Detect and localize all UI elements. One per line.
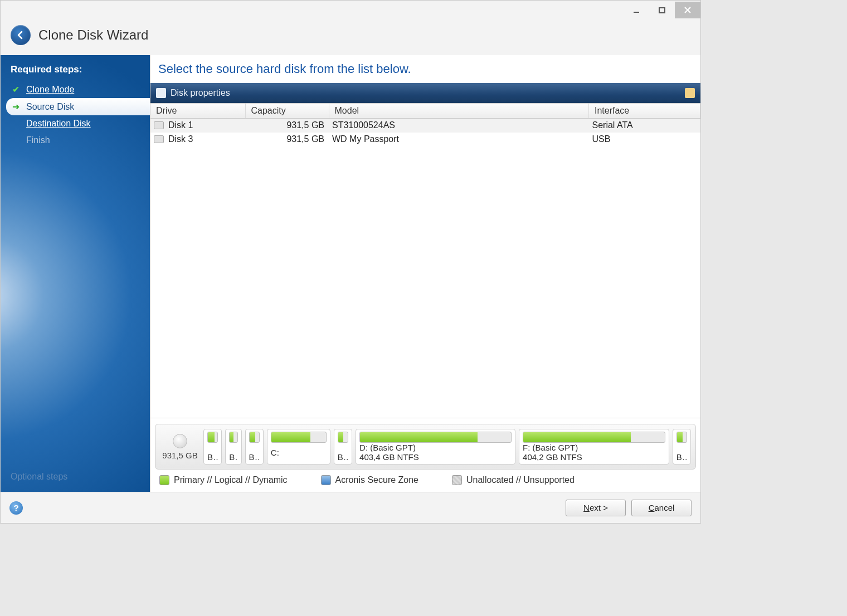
- sidebar: Required steps: ✔Clone Mode➔Source DiskD…: [1, 55, 150, 492]
- partition[interactable]: B...: [673, 429, 691, 465]
- partition[interactable]: B...: [225, 429, 241, 465]
- step-label: Destination Disk: [26, 119, 91, 129]
- drive-name: Disk 1: [168, 120, 193, 130]
- check-icon: ✔: [11, 84, 21, 95]
- col-drive[interactable]: Drive: [150, 104, 245, 119]
- svg-rect-1: [659, 8, 665, 13]
- usage-bar: [338, 432, 348, 443]
- partition-area: 931,5 GB B...B...B...C:B...D: (Basic GPT…: [150, 418, 700, 492]
- partition[interactable]: F: (Basic GPT)404,2 GB NTFS: [519, 429, 669, 465]
- usage-bar: [229, 432, 237, 443]
- step-clone-mode[interactable]: ✔Clone Mode: [1, 81, 150, 98]
- help-button[interactable]: ?: [9, 501, 23, 515]
- drive-name: Disk 3: [168, 134, 193, 144]
- partition[interactable]: B...: [245, 429, 264, 465]
- partition-label: F: (Basic GPT): [523, 443, 665, 452]
- main-panel: Select the source hard disk from the lis…: [150, 55, 700, 492]
- model-cell: WD My Passport: [329, 133, 589, 146]
- optional-steps-label: Optional steps: [11, 472, 67, 482]
- interface-cell: USB: [589, 133, 700, 146]
- col-interface[interactable]: Interface: [589, 104, 700, 119]
- legend-item: Primary // Logical // Dynamic: [159, 475, 288, 485]
- disk-icon: [173, 434, 187, 448]
- disk-table-wrap: Drive Capacity Model Interface Disk 1931…: [150, 103, 700, 418]
- partition[interactable]: C:: [267, 429, 330, 465]
- next-button[interactable]: Next >: [566, 500, 626, 516]
- usage-bar: [359, 432, 512, 443]
- back-button[interactable]: [11, 25, 31, 45]
- usage-bar: [523, 432, 665, 443]
- close-button[interactable]: [675, 2, 700, 18]
- step-destination-disk[interactable]: Destination Disk: [1, 115, 150, 132]
- legend-item: Unallocated // Unsupported: [452, 475, 575, 485]
- legend-swatch: [321, 475, 331, 485]
- legend-swatch: [452, 475, 462, 485]
- wizard-window: Clone Disk Wizard Required steps: ✔Clone…: [0, 0, 701, 524]
- footer: ? Next > Cancel: [1, 492, 700, 523]
- partition-label: C:: [271, 448, 327, 457]
- partition[interactable]: B...: [203, 429, 222, 465]
- usage-bar: [676, 432, 687, 443]
- legend-text: Primary // Logical // Dynamic: [174, 475, 288, 485]
- partition-label: B...: [338, 452, 348, 462]
- partition-label: B...: [229, 452, 237, 462]
- capacity-cell: 931,5 GB: [245, 119, 329, 133]
- table-row[interactable]: Disk 1931,5 GBST31000524ASSerial ATA: [150, 119, 700, 133]
- usage-bar: [271, 432, 327, 443]
- instruction-text: Select the source hard disk from the lis…: [150, 55, 700, 83]
- panel-title: Disk properties: [171, 88, 230, 98]
- body: Required steps: ✔Clone Mode➔Source DiskD…: [1, 55, 700, 492]
- table-row[interactable]: Disk 3931,5 GBWD My PassportUSB: [150, 133, 700, 146]
- step-label: Finish: [26, 135, 50, 145]
- partition-label: B...: [249, 452, 260, 462]
- partition-label: B...: [676, 452, 687, 462]
- disk-total: 931,5 GB: [160, 429, 200, 465]
- interface-cell: Serial ATA: [589, 119, 700, 133]
- wizard-title: Clone Disk Wizard: [38, 27, 148, 43]
- partition[interactable]: D: (Basic GPT)403,4 GB NTFS: [356, 429, 515, 465]
- partition[interactable]: B...: [334, 429, 352, 465]
- model-cell: ST31000524AS: [329, 119, 589, 133]
- capacity-cell: 931,5 GB: [245, 133, 329, 146]
- sidebar-heading: Required steps:: [1, 60, 150, 81]
- partition-label: B...: [207, 452, 218, 462]
- panel-options-icon[interactable]: [685, 88, 695, 98]
- legend-text: Acronis Secure Zone: [335, 475, 418, 485]
- hdd-icon: [154, 121, 164, 129]
- legend-text: Unallocated // Unsupported: [466, 475, 575, 485]
- properties-icon: [156, 88, 166, 98]
- legend: Primary // Logical // DynamicAcronis Sec…: [155, 470, 696, 487]
- header: Clone Disk Wizard: [1, 19, 700, 55]
- step-label: Clone Mode: [26, 85, 74, 95]
- usage-bar: [207, 432, 218, 443]
- partition-row: 931,5 GB B...B...B...C:B...D: (Basic GPT…: [155, 424, 696, 470]
- cancel-button[interactable]: Cancel: [631, 500, 692, 516]
- partition-detail: 404,2 GB NTFS: [523, 452, 665, 462]
- legend-swatch: [159, 475, 169, 485]
- legend-item: Acronis Secure Zone: [321, 475, 418, 485]
- arrow-right-icon: ➔: [11, 101, 21, 112]
- titlebar: [1, 1, 700, 19]
- col-model[interactable]: Model: [329, 104, 589, 119]
- maximize-button[interactable]: [649, 2, 675, 18]
- step-source-disk[interactable]: ➔Source Disk: [6, 98, 150, 115]
- partition-label: D: (Basic GPT): [359, 443, 512, 452]
- minimize-button[interactable]: [624, 2, 649, 18]
- hdd-icon: [154, 135, 164, 143]
- partition-detail: 403,4 GB NTFS: [359, 452, 512, 462]
- disk-properties-bar: Disk properties: [150, 83, 700, 103]
- col-capacity[interactable]: Capacity: [245, 104, 329, 119]
- disk-total-label: 931,5 GB: [162, 451, 197, 460]
- usage-bar: [249, 432, 260, 443]
- disk-table: Drive Capacity Model Interface Disk 1931…: [150, 104, 700, 146]
- step-finish: Finish: [1, 132, 150, 149]
- step-label: Source Disk: [26, 102, 74, 112]
- window-buttons: [624, 2, 700, 18]
